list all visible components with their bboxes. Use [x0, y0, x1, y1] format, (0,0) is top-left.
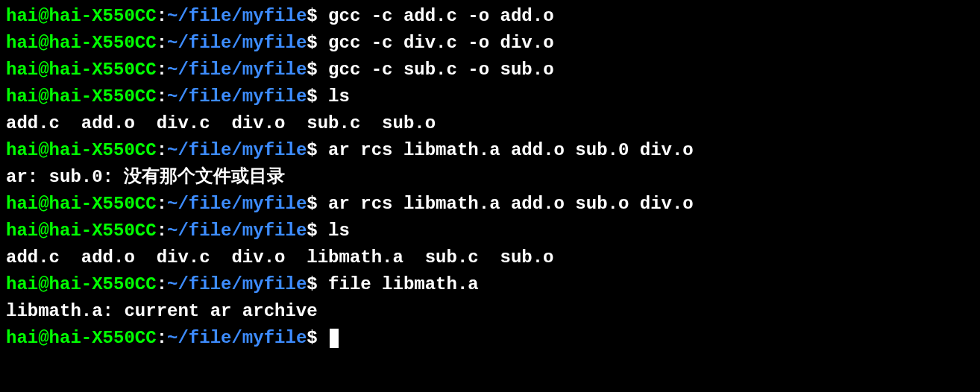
prompt-colon: : [157, 194, 167, 214]
output-text: ar: sub.0: 没有那个文件或目录 [6, 167, 285, 187]
command-text: ls [318, 221, 350, 241]
prompt-path: ~/file/myfile [167, 86, 307, 107]
prompt-path: ~/file/myfile [167, 33, 307, 53]
terminal-line-8: hai@hai-X550CC:~/file/myfile$ ar rcs lib… [6, 191, 974, 218]
command-text: ar rcs libmath.a add.o sub.0 div.o [318, 140, 694, 160]
prompt-dollar: $ [307, 221, 317, 241]
prompt-colon: : [157, 86, 167, 107]
prompt-user: hai@hai-X550CC [6, 6, 157, 26]
prompt-dollar: $ [307, 274, 317, 294]
command-text: gcc -c sub.c -o sub.o [318, 60, 554, 80]
prompt-user: hai@hai-X550CC [6, 60, 157, 80]
terminal-line-13[interactable]: hai@hai-X550CC:~/file/myfile$ [6, 325, 974, 352]
terminal-line-4: hai@hai-X550CC:~/file/myfile$ ls [6, 83, 974, 110]
prompt-colon: : [157, 140, 167, 160]
prompt-path: ~/file/myfile [167, 140, 307, 160]
prompt-user: hai@hai-X550CC [6, 86, 157, 107]
prompt-user: hai@hai-X550CC [6, 194, 157, 214]
prompt-path: ~/file/myfile [167, 60, 307, 80]
prompt-colon: : [157, 33, 167, 53]
command-text: ls [318, 86, 350, 107]
prompt-path: ~/file/myfile [167, 194, 307, 214]
command-text: ar rcs libmath.a add.o sub.o div.o [318, 194, 694, 214]
command-input[interactable] [318, 328, 328, 348]
prompt-colon: : [157, 221, 167, 241]
terminal-line-11: hai@hai-X550CC:~/file/myfile$ file libma… [6, 271, 974, 298]
prompt-path: ~/file/myfile [167, 328, 307, 348]
terminal-line-9: hai@hai-X550CC:~/file/myfile$ ls [6, 218, 974, 244]
prompt-path: ~/file/myfile [167, 6, 307, 26]
terminal-line-3: hai@hai-X550CC:~/file/myfile$ gcc -c sub… [6, 57, 974, 83]
prompt-colon: : [157, 274, 167, 294]
terminal-line-10: add.c add.o div.c div.o libmath.a sub.c … [6, 244, 974, 271]
prompt-user: hai@hai-X550CC [6, 33, 157, 53]
prompt-dollar: $ [307, 6, 317, 26]
command-text: gcc -c add.c -o add.o [318, 6, 554, 26]
command-text: file libmath.a [318, 274, 479, 294]
prompt-path: ~/file/myfile [167, 221, 307, 241]
prompt-colon: : [157, 328, 167, 348]
terminal-line-12: libmath.a: current ar archive [6, 298, 974, 325]
prompt-dollar: $ [307, 140, 317, 160]
prompt-dollar: $ [307, 86, 317, 107]
prompt-user: hai@hai-X550CC [6, 140, 157, 160]
prompt-user: hai@hai-X550CC [6, 221, 157, 241]
output-text: add.c add.o div.c div.o libmath.a sub.c … [6, 247, 554, 268]
prompt-user: hai@hai-X550CC [6, 328, 157, 348]
terminal-line-1: hai@hai-X550CC:~/file/myfile$ gcc -c add… [6, 3, 974, 30]
terminal-line-5: add.c add.o div.c div.o sub.c sub.o [6, 110, 974, 137]
terminal-line-7: ar: sub.0: 没有那个文件或目录 [6, 164, 974, 191]
prompt-dollar: $ [307, 194, 317, 214]
prompt-colon: : [157, 60, 167, 80]
prompt-dollar: $ [307, 328, 317, 348]
prompt-dollar: $ [307, 60, 317, 80]
prompt-path: ~/file/myfile [167, 274, 307, 294]
prompt-user: hai@hai-X550CC [6, 274, 157, 294]
output-text: add.c add.o div.c div.o sub.c sub.o [6, 113, 436, 133]
output-text: libmath.a: current ar archive [6, 301, 318, 321]
prompt-colon: : [157, 6, 167, 26]
terminal-line-6: hai@hai-X550CC:~/file/myfile$ ar rcs lib… [6, 137, 974, 164]
command-text: gcc -c div.c -o div.o [318, 33, 554, 53]
terminal-line-2: hai@hai-X550CC:~/file/myfile$ gcc -c div… [6, 30, 974, 57]
prompt-dollar: $ [307, 33, 317, 53]
cursor-icon [330, 329, 339, 348]
